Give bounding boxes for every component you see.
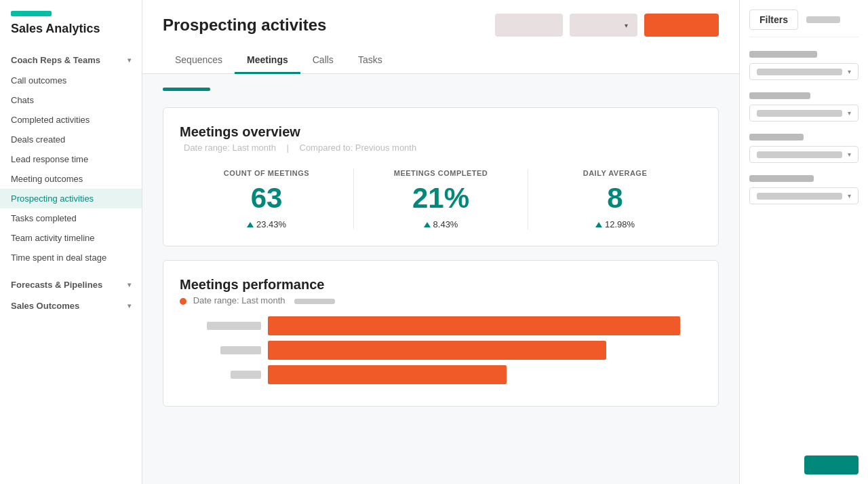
bar-fill-area-1 <box>268 316 702 335</box>
tabs-bar: Sequences Meetings Calls Tasks <box>163 48 719 73</box>
meetings-overview-card: Meetings overview Date range: Last month… <box>163 107 719 246</box>
sidebar-section-sales-outcomes[interactable]: Sales Outcomes ▾ <box>0 295 142 316</box>
meetings-performance-card: Meetings performance Date range: Last mo… <box>163 260 719 407</box>
trend-up-icon <box>247 222 254 227</box>
filter-dropdown-value-1 <box>757 69 842 75</box>
filter-dropdown-2[interactable]: ▾ <box>749 105 859 122</box>
bar-fill-3 <box>268 365 507 384</box>
filter-section-3: ▾ <box>749 134 859 163</box>
app-title: Sales Analytics <box>11 22 131 36</box>
apply-button[interactable] <box>804 455 859 474</box>
bar-label-rect <box>231 371 261 379</box>
chevron-down-icon: ▾ <box>127 281 131 288</box>
metric-change-daily: 12.98% <box>539 219 691 229</box>
filter-dropdown-value-4 <box>757 193 842 200</box>
perf-card-subtitle: Date range: Last month <box>180 295 702 305</box>
chevron-down-icon: ▾ <box>848 68 851 75</box>
metrics-row: COUNT OF MEETINGS 63 23.43% MEETINGS COM… <box>180 169 702 229</box>
sidebar-item-prospecting-activities[interactable]: Prospecting activities <box>0 189 142 208</box>
filter-dropdown-1[interactable]: ▾ <box>749 63 859 80</box>
metric-change-count: 23.43% <box>191 219 342 229</box>
header-btn3[interactable] <box>644 14 719 37</box>
chevron-down-icon: ▾ <box>848 109 851 117</box>
filter-section-4: ▾ <box>749 175 859 204</box>
header-actions: ▾ <box>495 14 719 37</box>
filter-dropdown-4[interactable]: ▾ <box>749 187 859 204</box>
filter-label-4 <box>749 175 814 182</box>
page-header-top: Prospecting activites ▾ <box>163 14 719 37</box>
header-btn1[interactable] <box>495 14 563 37</box>
bar-label-1 <box>180 322 268 330</box>
page-header: Prospecting activites ▾ Sequences Meetin… <box>142 0 739 74</box>
bar-fill-area-3 <box>268 365 702 384</box>
sidebar-item-deals-created[interactable]: Deals created <box>0 130 142 149</box>
legend-dot-icon <box>180 298 186 305</box>
filter-section-2: ▾ <box>749 92 859 122</box>
bar-label-2 <box>180 346 268 354</box>
overview-card-title: Meetings overview <box>180 124 702 140</box>
bar-chart <box>180 316 702 384</box>
main-content: Prospecting activites ▾ Sequences Meetin… <box>142 0 739 484</box>
metric-daily-average: DAILY AVERAGE 8 12.98% <box>528 169 702 229</box>
chevron-down-icon: ▾ <box>848 192 851 200</box>
filter-dropdown-3[interactable]: ▾ <box>749 146 859 163</box>
bar-row-2 <box>180 341 702 360</box>
page-title: Prospecting activites <box>163 16 326 35</box>
bar-label-rect <box>220 346 261 354</box>
filter-dropdown-value-3 <box>757 151 842 158</box>
bar-fill-2 <box>268 341 606 360</box>
sidebar-section-forecasts[interactable]: Forecasts & Pipelines ▾ <box>0 274 142 295</box>
bar-fill-1 <box>268 316 680 335</box>
filter-header: Filters <box>749 10 859 37</box>
chevron-down-icon: ▾ <box>848 151 851 158</box>
sidebar: Sales Analytics Coach Reps & Teams ▾ Cal… <box>0 0 142 484</box>
sidebar-item-lead-response-time[interactable]: Lead response time <box>0 149 142 169</box>
content-body: Meetings overview Date range: Last month… <box>142 74 739 420</box>
chevron-down-icon: ▾ <box>127 302 131 310</box>
tab-tasks[interactable]: Tasks <box>346 48 395 74</box>
metric-change-completed: 8.43% <box>365 219 517 229</box>
trend-up-icon <box>595 222 602 227</box>
overview-card-subtitle: Date range: Last month | Compared to: Pr… <box>180 143 702 153</box>
sidebar-item-tasks-completed[interactable]: Tasks completed <box>0 208 142 228</box>
dropdown-arrow-icon: ▾ <box>625 22 628 29</box>
legend-bar <box>294 299 335 304</box>
sidebar-item-meeting-outcomes[interactable]: Meeting outcomes <box>0 169 142 189</box>
chevron-down-icon: ▾ <box>127 56 131 64</box>
filters-button[interactable]: Filters <box>749 10 798 30</box>
sidebar-section-coach[interactable]: Coach Reps & Teams ▾ <box>0 50 142 71</box>
sidebar-item-team-activity-timeline[interactable]: Team activity timeline <box>0 228 142 248</box>
metric-count-of-meetings: COUNT OF MEETINGS 63 23.43% <box>180 169 354 229</box>
trend-up-icon <box>424 222 431 227</box>
filter-label-2 <box>749 92 810 99</box>
filter-section-1: ▾ <box>749 51 859 80</box>
sidebar-item-time-spent-in-deal-stage[interactable]: Time spent in deal stage <box>0 248 142 267</box>
logo-area: Sales Analytics <box>0 11 142 50</box>
logo-accent <box>11 11 52 16</box>
sidebar-item-chats[interactable]: Chats <box>0 90 142 110</box>
bar-label-rect <box>207 322 261 330</box>
filter-dropdown-value-2 <box>757 110 842 117</box>
filter-label-3 <box>749 134 804 141</box>
bar-row-3 <box>180 365 702 384</box>
metric-meetings-completed: MEETINGS COMPLETED 21% 8.43% <box>354 169 528 229</box>
bar-fill-area-2 <box>268 341 702 360</box>
sidebar-item-completed-activities[interactable]: Completed activities <box>0 110 142 130</box>
bar-row-1 <box>180 316 702 335</box>
tab-calls[interactable]: Calls <box>300 48 346 74</box>
perf-card-title: Meetings performance <box>180 277 702 293</box>
right-panel: Filters ▾ ▾ ▾ ▾ <box>739 0 868 484</box>
tab-sequences[interactable]: Sequences <box>163 48 235 74</box>
sidebar-item-call-outcomes[interactable]: Call outcomes <box>0 71 142 90</box>
header-btn2[interactable]: ▾ <box>570 14 637 37</box>
filter-label-1 <box>749 51 817 58</box>
bar-label-3 <box>180 371 268 379</box>
active-tab-indicator <box>163 88 210 91</box>
tab-meetings[interactable]: Meetings <box>235 48 300 74</box>
filter-header-bar <box>806 16 840 23</box>
